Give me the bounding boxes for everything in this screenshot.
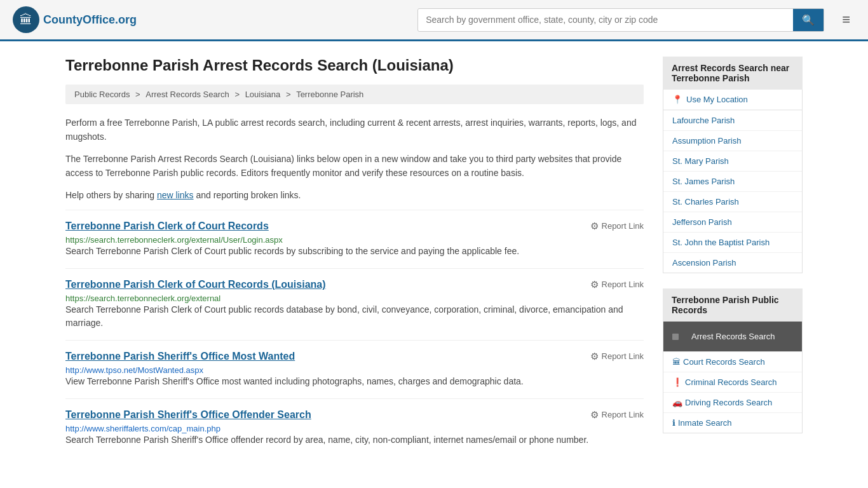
report-icon-0: ⚙	[590, 220, 599, 232]
public-record-link-3[interactable]: 🚗Driving Records Search	[663, 393, 802, 412]
nearby-parish-5[interactable]: Jefferson Parish	[663, 212, 802, 233]
result-url-3[interactable]: http://www.sheriffalerts.com/cap_main.ph…	[65, 424, 220, 433]
result-desc-3: Search Terrebonne Parish Sheriff's Offic…	[65, 433, 644, 447]
nearby-parish-link-7[interactable]: Ascension Parish	[663, 253, 802, 273]
nearby-parish-link-3[interactable]: St. James Parish	[663, 172, 802, 191]
intro-paragraph-2: The Terrebonne Parish Arrest Records Sea…	[65, 152, 644, 180]
logo-area[interactable]: 🏛 CountyOffice.org	[13, 6, 137, 33]
result-header-0: Terrebonne Parish Clerk of Court Records…	[65, 220, 644, 232]
breadcrumb-terrebonne[interactable]: Terrebonne Parish	[296, 90, 363, 99]
inmate-icon: ℹ	[672, 418, 675, 428]
result-title-3[interactable]: Terrebonne Parish Sheriff's Office Offen…	[65, 409, 311, 421]
nearby-parish-link-0[interactable]: Lafourche Parish	[663, 111, 802, 130]
public-record-1[interactable]: 🏛Court Records Search	[663, 352, 802, 372]
page-title: Terrebonne Parish Arrest Records Search …	[65, 57, 644, 74]
nearby-parish-6[interactable]: St. John the Baptist Parish	[663, 233, 802, 253]
menu-button[interactable]: ≡	[837, 9, 855, 30]
nearby-section: Arrest Records Search near Terrebonne Pa…	[663, 57, 803, 273]
result-title-0[interactable]: Terrebonne Parish Clerk of Court Records	[65, 220, 269, 232]
report-label-2: Report Link	[602, 351, 644, 361]
report-label-3: Report Link	[602, 410, 644, 419]
nearby-header-text: Arrest Records Search near Terrebonne Pa…	[672, 63, 789, 83]
sidebar: Arrest Records Search near Terrebonne Pa…	[663, 57, 803, 457]
driving-icon: 🚗	[672, 398, 682, 407]
search-bar: 🔍	[417, 8, 824, 32]
report-label-0: Report Link	[602, 221, 644, 231]
logo-county: CountyOffice	[43, 13, 115, 26]
result-url-1[interactable]: https://search.terrebonneclerk.org/exter…	[65, 294, 220, 303]
nearby-parish-2[interactable]: St. Mary Parish	[663, 151, 802, 172]
result-title-1[interactable]: Terrebonne Parish Clerk of Court Records…	[65, 279, 326, 290]
public-record-link-0[interactable]: Arrest Records Search	[682, 327, 784, 346]
logo-icon: 🏛	[13, 6, 39, 33]
public-record-active-0[interactable]: Arrest Records Search	[663, 322, 802, 352]
result-header-2: Terrebonne Parish Sheriff's Office Most …	[65, 351, 644, 362]
result-item-2: Terrebonne Parish Sheriff's Office Most …	[65, 340, 644, 398]
report-link-2[interactable]: ⚙ Report Link	[590, 351, 644, 362]
search-input[interactable]	[418, 10, 793, 30]
breadcrumb-public-records[interactable]: Public Records	[74, 90, 130, 99]
result-item-1: Terrebonne Parish Clerk of Court Records…	[65, 268, 644, 340]
report-icon-2: ⚙	[590, 351, 599, 362]
report-link-0[interactable]: ⚙ Report Link	[590, 220, 644, 232]
use-location-label: Use My Location	[686, 95, 748, 104]
report-icon-1: ⚙	[590, 279, 599, 290]
use-location-link[interactable]: 📍 Use My Location	[663, 90, 802, 110]
public-record-2[interactable]: ❗Criminal Records Search	[663, 372, 802, 393]
nearby-list: 📍 Use My Location Lafourche Parish Assum…	[663, 90, 803, 273]
report-label-1: Report Link	[602, 280, 644, 289]
breadcrumb: Public Records > Arrest Records Search >…	[65, 85, 644, 104]
nearby-header: Arrest Records Search near Terrebonne Pa…	[663, 57, 803, 90]
active-indicator	[672, 334, 679, 340]
nearby-parish-4[interactable]: St. Charles Parish	[663, 192, 802, 212]
public-records-header: Terrebonne Parish Public Records	[663, 288, 803, 322]
nearby-parish-link-6[interactable]: St. John the Baptist Parish	[663, 233, 802, 252]
use-location-item[interactable]: 📍 Use My Location	[663, 90, 802, 111]
new-links-link[interactable]: new links	[157, 190, 194, 200]
nearby-parish-7[interactable]: Ascension Parish	[663, 253, 802, 273]
search-button[interactable]: 🔍	[793, 9, 824, 31]
nearby-parish-link-1[interactable]: Assumption Parish	[663, 131, 802, 151]
main-wrapper: Terrebonne Parish Arrest Records Search …	[53, 41, 815, 472]
logo-tld: .org	[115, 13, 137, 26]
result-header-3: Terrebonne Parish Sheriff's Office Offen…	[65, 409, 644, 421]
location-pin-icon: 📍	[672, 95, 682, 104]
court-icon: 🏛	[672, 357, 681, 367]
public-record-link-4[interactable]: ℹInmate Search	[663, 413, 802, 433]
intro3-post: and reporting broken links.	[194, 190, 301, 200]
results-list: Terrebonne Parish Clerk of Court Records…	[65, 210, 644, 457]
intro-paragraph-3: Help others by sharing new links and rep…	[65, 188, 644, 202]
header: 🏛 CountyOffice.org 🔍 ≡	[0, 0, 868, 41]
public-record-3[interactable]: 🚗Driving Records Search	[663, 393, 802, 413]
result-desc-2: View Terrebonne Parish Sheriff's Office …	[65, 375, 644, 388]
result-item-0: Terrebonne Parish Clerk of Court Records…	[65, 210, 644, 268]
result-header-1: Terrebonne Parish Clerk of Court Records…	[65, 279, 644, 290]
nearby-parish-link-4[interactable]: St. Charles Parish	[663, 192, 802, 212]
public-record-4[interactable]: ℹInmate Search	[663, 413, 802, 433]
intro-paragraph-1: Perform a free Terrebonne Parish, LA pub…	[65, 116, 644, 144]
public-record-link-2[interactable]: ❗Criminal Records Search	[663, 372, 802, 392]
breadcrumb-louisiana[interactable]: Louisiana	[245, 90, 281, 99]
report-link-3[interactable]: ⚙ Report Link	[590, 409, 644, 421]
result-desc-0: Search Terrebonne Parish Clerk of Court …	[65, 245, 644, 258]
nearby-parish-3[interactable]: St. James Parish	[663, 172, 802, 192]
result-title-2[interactable]: Terrebonne Parish Sheriff's Office Most …	[65, 351, 295, 362]
breadcrumb-arrest-records[interactable]: Arrest Records Search	[146, 90, 229, 99]
result-item-3: Terrebonne Parish Sheriff's Office Offen…	[65, 398, 644, 457]
nearby-parish-link-5[interactable]: Jefferson Parish	[663, 212, 802, 232]
public-records-section: Terrebonne Parish Public Records Arrest …	[663, 288, 803, 433]
result-url-0[interactable]: https://search.terrebonneclerk.org/exter…	[65, 235, 283, 245]
nearby-parish-1[interactable]: Assumption Parish	[663, 131, 802, 151]
result-url-2[interactable]: http://www.tpso.net/MostWanted.aspx	[65, 365, 203, 375]
public-record-link-1[interactable]: 🏛Court Records Search	[663, 352, 802, 372]
nearby-parish-link-2[interactable]: St. Mary Parish	[663, 151, 802, 171]
public-records-list: Arrest Records Search 🏛Court Records Sea…	[663, 322, 803, 433]
criminal-icon: ❗	[672, 377, 682, 387]
public-records-header-text: Terrebonne Parish Public Records	[672, 295, 779, 315]
report-icon-3: ⚙	[590, 409, 599, 421]
report-link-1[interactable]: ⚙ Report Link	[590, 279, 644, 290]
content-area: Terrebonne Parish Arrest Records Search …	[65, 57, 644, 457]
intro3-pre: Help others by sharing	[65, 190, 157, 200]
nearby-parish-0[interactable]: Lafourche Parish	[663, 111, 802, 131]
logo-text: CountyOffice.org	[43, 13, 137, 27]
